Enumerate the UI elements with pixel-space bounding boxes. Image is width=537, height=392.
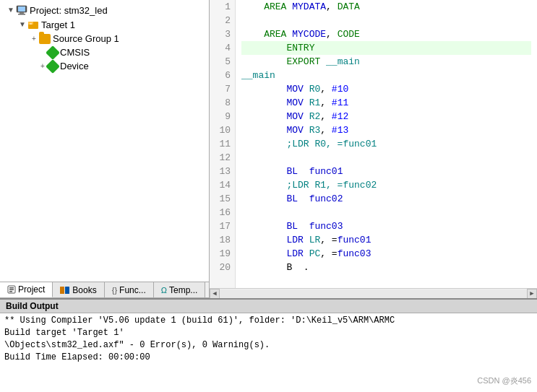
tree-project-root[interactable]: ▼ Project: stm32_led: [0, 3, 209, 17]
line-num-6: 6: [214, 69, 231, 82]
line-num-16: 16: [214, 206, 231, 219]
watermark: CSDN @炎456: [477, 375, 531, 386]
line-num-5: 5: [214, 55, 231, 69]
svg-rect-12: [65, 287, 69, 294]
tree-device[interactable]: + Device: [0, 59, 209, 73]
device-label: Device: [60, 61, 89, 71]
tree-source-group[interactable]: + Source Group 1: [0, 32, 209, 45]
tree-cmsis[interactable]: CMSIS: [0, 45, 209, 59]
source-group-label: Source Group 1: [53, 33, 119, 44]
output-line: Build target 'Target 1': [4, 327, 533, 339]
line-num-18: 18: [214, 233, 231, 247]
code-line-8: MOV R1, #11: [241, 96, 531, 110]
target1-label: Target 1: [41, 19, 75, 30]
project-root-label: Project: stm32_led: [30, 5, 108, 16]
tab-temp[interactable]: Ω Temp...: [154, 282, 206, 297]
line-num-2: 2: [214, 14, 231, 27]
scroll-right-arrow[interactable]: ▶: [527, 289, 537, 299]
line-num-4: 4: [214, 41, 231, 55]
code-content[interactable]: AREA MYDATA, DATA AREA MYCODE, CODE ENTR…: [236, 0, 537, 288]
expand-icon-root[interactable]: ▼: [6, 5, 16, 15]
left-panel: ▼ Project: stm32_led ▼: [0, 0, 210, 298]
code-line-6: __main: [241, 69, 531, 82]
output-line: Build Time Elapsed: 00:00:00: [4, 352, 533, 364]
line-num-15: 15: [214, 192, 231, 206]
project-tree: ▼ Project: stm32_led ▼: [0, 0, 209, 282]
output-content: ** Using Compiler 'V5.06 update 1 (build…: [0, 313, 537, 392]
tab-project[interactable]: Project: [0, 282, 53, 297]
code-editor[interactable]: 1234567891011121314151617181920 AREA MYD…: [210, 0, 537, 288]
arr-icon: Ω: [161, 286, 167, 295]
line-num-9: 9: [214, 110, 231, 123]
books-icon: [60, 286, 70, 295]
svg-rect-2: [20, 12, 24, 14]
output-header: Build Output: [0, 300, 537, 313]
folder-icon: [39, 34, 51, 44]
line-num-7: 7: [214, 82, 231, 96]
code-line-16: [241, 206, 531, 219]
braces-icon: {}: [112, 286, 117, 295]
diamond-icon-cmsis: [46, 45, 60, 60]
target-icon: [27, 19, 39, 30]
line-num-17: 17: [214, 219, 231, 233]
svg-rect-6: [30, 23, 32, 25]
code-line-5: EXPORT __main: [241, 55, 531, 69]
line-num-8: 8: [214, 96, 231, 110]
line-num-20: 20: [214, 261, 231, 274]
bottom-tabs: Project Books {} Func... Ω Temp...: [0, 282, 209, 298]
line-num-1: 1: [214, 0, 231, 14]
scroll-track[interactable]: [220, 289, 527, 298]
tab-temp-label: Temp...: [169, 285, 197, 295]
code-line-10: MOV R3, #13: [241, 123, 531, 137]
code-line-9: MOV R2, #12: [241, 110, 531, 123]
computer-icon: [16, 4, 27, 16]
tab-func-label: Func...: [119, 285, 146, 295]
svg-rect-3: [18, 14, 25, 15]
line-num-13: 13: [214, 165, 231, 178]
tab-books[interactable]: Books: [53, 282, 104, 297]
line-num-14: 14: [214, 178, 231, 192]
code-line-1: AREA MYDATA, DATA: [241, 0, 531, 14]
code-line-12: [241, 151, 531, 165]
code-line-7: MOV R0, #10: [241, 82, 531, 96]
code-scrollbar[interactable]: ◀ ▶: [210, 288, 537, 298]
code-line-4: ENTRY: [241, 41, 531, 55]
tab-project-label: Project: [18, 284, 45, 295]
line-numbers: 1234567891011121314151617181920: [210, 0, 236, 288]
tab-func[interactable]: {} Func...: [105, 282, 154, 297]
line-num-10: 10: [214, 123, 231, 137]
tree-target1[interactable]: ▼ Target 1: [0, 17, 209, 32]
code-line-14: ;LDR R1, =func02: [241, 178, 531, 192]
line-num-11: 11: [214, 137, 231, 151]
svg-rect-8: [9, 287, 14, 289]
project-tab-icon: [7, 285, 16, 294]
code-line-17: BL func03: [241, 219, 531, 233]
code-line-2: [241, 14, 531, 27]
scroll-left-arrow[interactable]: ◀: [210, 289, 220, 299]
svg-rect-1: [18, 6, 25, 12]
output-panel: Build Output ** Using Compiler 'V5.06 up…: [0, 298, 537, 392]
diamond-icon-device: [46, 59, 60, 74]
svg-rect-10: [9, 291, 12, 292]
expand-icon-source[interactable]: +: [29, 34, 39, 44]
svg-rect-9: [9, 289, 14, 291]
code-line-18: LDR LR, =func01: [241, 233, 531, 247]
code-line-20: B .: [241, 261, 531, 274]
expand-icon-target[interactable]: ▼: [17, 19, 27, 30]
line-num-19: 19: [214, 247, 231, 261]
line-num-3: 3: [214, 27, 231, 41]
code-line-11: ;LDR R0, =func01: [241, 137, 531, 151]
cmsis-label: CMSIS: [60, 47, 90, 58]
code-line-3: AREA MYCODE, CODE: [241, 27, 531, 41]
output-line: ** Using Compiler 'V5.06 update 1 (build…: [4, 315, 533, 327]
svg-rect-11: [60, 287, 64, 294]
line-num-12: 12: [214, 151, 231, 165]
output-line: \Objects\stm32_led.axf" - 0 Error(s), 0 …: [4, 339, 533, 352]
right-panel: 1234567891011121314151617181920 AREA MYD…: [210, 0, 537, 298]
code-line-15: BL func02: [241, 192, 531, 206]
tab-books-label: Books: [72, 285, 96, 295]
code-line-19: LDR PC, =func03: [241, 247, 531, 261]
code-line-13: BL func01: [241, 165, 531, 178]
